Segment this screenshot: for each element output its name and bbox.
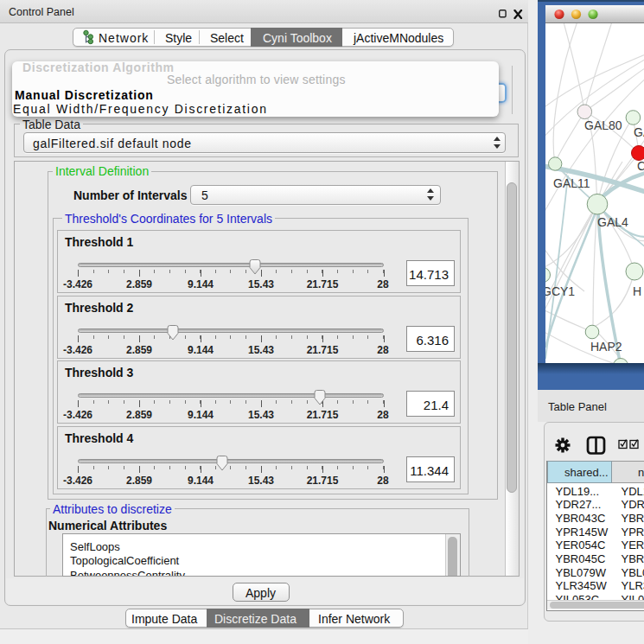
svg-text:H: H <box>633 284 641 298</box>
svg-text:GAL80: GAL80 <box>584 118 622 132</box>
svg-text:GA: GA <box>634 125 644 139</box>
svg-text:GCY1: GCY1 <box>545 284 575 298</box>
svg-text:C: C <box>637 159 644 173</box>
svg-text:HAP2: HAP2 <box>590 340 622 354</box>
svg-text:GAL4: GAL4 <box>597 215 628 229</box>
svg-text:GAL11: GAL11 <box>553 176 590 190</box>
